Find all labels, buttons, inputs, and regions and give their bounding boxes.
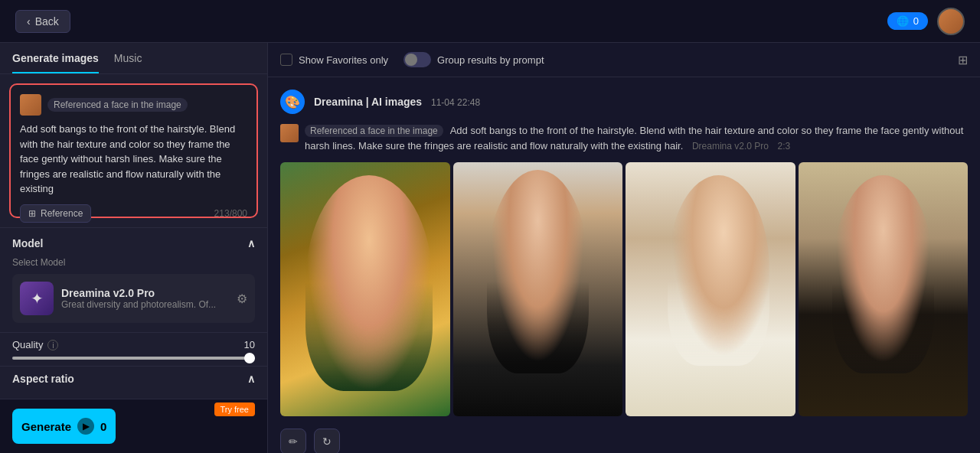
face-thumbnail bbox=[20, 94, 41, 116]
back-arrow-icon: ‹ bbox=[27, 15, 31, 28]
try-free-badge: Try free bbox=[214, 402, 256, 416]
main-layout: Generate images Music Referenced a face … bbox=[0, 43, 980, 453]
group-results-toggle[interactable] bbox=[403, 52, 431, 67]
tab-generate[interactable]: Generate images bbox=[12, 52, 99, 73]
prompt-detail-text: Referenced a face in the image Add soft … bbox=[305, 123, 968, 153]
dreamina-icon: 🎨 bbox=[280, 90, 305, 114]
generate-label: Generate bbox=[21, 420, 71, 433]
model-card[interactable]: ✦ Dreamina v2.0 Pro Great diversity and … bbox=[12, 274, 255, 323]
result-info: Dreamina | AI images 11-04 22:48 bbox=[314, 96, 968, 108]
model-settings-icon[interactable]: ⚙ bbox=[237, 292, 247, 306]
edit-icon-button[interactable]: ✏ bbox=[280, 429, 306, 453]
prompt-area: Referenced a face in the image Add soft … bbox=[9, 83, 258, 218]
quality-slider[interactable] bbox=[12, 357, 255, 360]
group-results-label: Group results by prompt bbox=[437, 54, 544, 66]
generate-play-icon: ▶ bbox=[77, 418, 94, 435]
credits-badge[interactable]: 🌐 0 bbox=[887, 12, 928, 30]
result-ratio-tag: 2:3 bbox=[778, 141, 791, 152]
result-timestamp: 11-04 22:48 bbox=[431, 97, 480, 108]
reference-label: Reference bbox=[41, 208, 83, 219]
show-favorites-item[interactable]: Show Favorites only bbox=[280, 54, 388, 66]
quality-header: Quality i 10 bbox=[12, 339, 255, 350]
aspect-title: Aspect ratio bbox=[12, 373, 74, 385]
model-section-header: Model ∧ bbox=[12, 237, 255, 249]
result-image-2[interactable] bbox=[453, 162, 623, 416]
prompt-header: Referenced a face in the image bbox=[20, 94, 247, 116]
right-toolbar: Show Favorites only Group results by pro… bbox=[268, 43, 980, 77]
generate-bar: Try free Generate ▶ 0 bbox=[0, 399, 267, 453]
topbar-right: 🌐 0 bbox=[887, 8, 965, 35]
generate-count: 0 bbox=[100, 420, 106, 433]
topbar: ‹ Back 🌐 0 bbox=[0, 0, 980, 43]
model-section: Model ∧ Select Model ✦ Dreamina v2.0 Pro… bbox=[0, 227, 267, 332]
back-label: Back bbox=[35, 15, 59, 28]
action-bar: ✏ ↻ bbox=[280, 425, 968, 453]
result-image-3[interactable] bbox=[626, 162, 795, 416]
refresh-icon-button[interactable]: ↻ bbox=[314, 429, 340, 453]
char-count: 213/800 bbox=[214, 208, 247, 219]
left-panel: Generate images Music Referenced a face … bbox=[0, 43, 268, 453]
tabs: Generate images Music bbox=[0, 43, 267, 74]
model-icon: ✦ bbox=[20, 282, 54, 315]
model-collapse-icon[interactable]: ∧ bbox=[247, 237, 255, 249]
avatar[interactable] bbox=[937, 8, 965, 35]
show-favorites-label: Show Favorites only bbox=[299, 54, 388, 66]
quality-label: Quality i bbox=[12, 339, 58, 350]
result-image-4[interactable] bbox=[799, 162, 969, 416]
show-favorites-checkbox[interactable] bbox=[280, 54, 292, 66]
reference-icon: ⊞ bbox=[28, 208, 36, 219]
content-area: 🎨 Dreamina | AI images 11-04 22:48 Refer… bbox=[268, 77, 980, 453]
model-name: Dreamina v2.0 Pro bbox=[61, 287, 229, 299]
toggle-knob bbox=[405, 54, 417, 66]
model-title: Model bbox=[12, 237, 43, 249]
result-title: Dreamina | AI images 11-04 22:48 bbox=[314, 96, 968, 108]
aspect-collapse-icon[interactable]: ∧ bbox=[247, 373, 255, 385]
quality-section: Quality i 10 bbox=[0, 332, 267, 366]
result-model-tag: Dreamina v2.0 Pro bbox=[692, 141, 769, 152]
panel-collapse-icon[interactable]: ⊞ bbox=[958, 53, 968, 67]
credits-count: 0 bbox=[913, 15, 919, 27]
credits-icon: 🌐 bbox=[897, 15, 909, 27]
generate-button[interactable]: Generate ▶ 0 bbox=[12, 409, 116, 444]
model-desc: Great diversity and photorealism. Of... bbox=[61, 299, 229, 310]
back-button[interactable]: ‹ Back bbox=[15, 10, 70, 33]
result-image-1[interactable] bbox=[280, 162, 450, 416]
result-header: 🎨 Dreamina | AI images 11-04 22:48 bbox=[280, 90, 968, 114]
referenced-face-tag: Referenced a face in the image bbox=[47, 98, 188, 112]
generate-wrapper: Try free Generate ▶ 0 bbox=[12, 409, 255, 444]
image-grid bbox=[280, 162, 968, 416]
aspect-section: Aspect ratio ∧ bbox=[0, 366, 267, 399]
model-info: Dreamina v2.0 Pro Great diversity and ph… bbox=[61, 287, 229, 310]
prompt-face-thumb bbox=[280, 124, 299, 142]
right-panel: Show Favorites only Group results by pro… bbox=[268, 43, 980, 453]
aspect-header: Aspect ratio ∧ bbox=[12, 373, 255, 385]
prompt-detail: Referenced a face in the image Add soft … bbox=[280, 123, 968, 153]
group-results-item[interactable]: Group results by prompt bbox=[403, 52, 544, 67]
tab-music[interactable]: Music bbox=[114, 52, 142, 73]
reference-button[interactable]: ⊞ Reference bbox=[20, 204, 91, 223]
quality-info-icon: i bbox=[47, 340, 58, 350]
quality-value: 10 bbox=[244, 339, 255, 350]
prompt-text[interactable]: Add soft bangs to the front of the hairs… bbox=[20, 122, 247, 197]
prompt-footer: ⊞ Reference 213/800 bbox=[20, 204, 247, 223]
select-model-label: Select Model bbox=[12, 257, 255, 268]
result-referenced-tag: Referenced a face in the image bbox=[305, 125, 443, 137]
